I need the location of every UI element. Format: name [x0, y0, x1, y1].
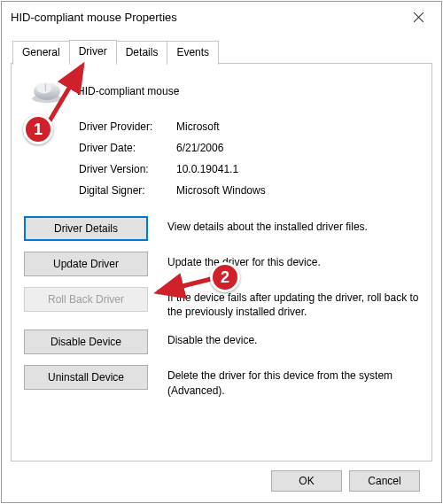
provider-label: Driver Provider: [79, 120, 176, 133]
row-driver-details: Driver Details View details about the in… [24, 216, 419, 241]
svg-point-4 [36, 83, 51, 94]
device-header: HID-compliant mouse [29, 78, 419, 105]
tab-events[interactable]: Events [167, 41, 219, 65]
date-value: 6/21/2006 [176, 142, 223, 154]
row-disable-device: Disable Device Disable the device. [24, 330, 419, 354]
device-name: HID-compliant mouse [77, 85, 179, 97]
provider-value: Microsoft [176, 120, 220, 133]
version-label: Driver Version: [79, 163, 176, 175]
ok-button[interactable]: OK [271, 470, 342, 492]
disable-device-desc: Disable the device. [167, 330, 257, 347]
update-driver-button[interactable]: Update Driver [24, 252, 148, 276]
signer-value: Microsoft Windows [176, 184, 266, 197]
rollback-driver-desc: If the device fails after updating the d… [167, 287, 419, 319]
tab-driver[interactable]: Driver [69, 40, 117, 64]
disable-device-button[interactable]: Disable Device [24, 330, 148, 354]
close-button[interactable] [399, 4, 438, 29]
uninstall-device-desc: Delete the driver for this device from t… [167, 365, 419, 397]
signer-label: Digital Signer: [79, 184, 176, 197]
row-uninstall-device: Uninstall Device Delete the driver for t… [24, 365, 419, 397]
update-driver-desc: Update the driver for this device. [167, 252, 321, 269]
window-title: HID-compliant mouse Properties [11, 11, 177, 24]
tabstrip: General Driver Details Events [11, 40, 432, 64]
annotation-badge-1: 1 [23, 114, 53, 144]
tab-details[interactable]: Details [116, 41, 168, 65]
driver-details-desc: View details about the installed driver … [167, 216, 368, 234]
version-value: 10.0.19041.1 [176, 163, 238, 175]
mouse-icon [29, 78, 65, 105]
driver-details-button[interactable]: Driver Details [24, 216, 148, 241]
cancel-button[interactable]: Cancel [349, 470, 420, 492]
driver-info: Driver Provider: Microsoft Driver Date: … [79, 120, 419, 197]
uninstall-device-button[interactable]: Uninstall Device [24, 365, 148, 390]
rollback-driver-button: Roll Back Driver [24, 287, 148, 312]
titlebar: HID-compliant mouse Properties [2, 2, 441, 32]
tab-general[interactable]: General [12, 41, 70, 65]
properties-window: HID-compliant mouse Properties General D… [1, 1, 442, 503]
date-label: Driver Date: [79, 142, 176, 154]
dialog-footer: OK Cancel [11, 461, 432, 502]
annotation-badge-2: 2 [210, 262, 240, 292]
close-icon [414, 12, 424, 22]
